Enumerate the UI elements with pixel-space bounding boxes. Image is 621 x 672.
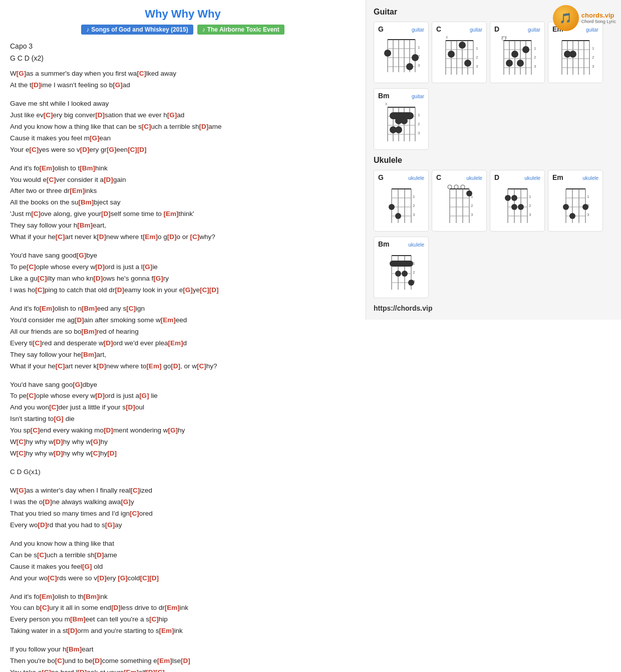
svg-point-83 [401,117,408,124]
music-icon: ♪ [86,26,89,33]
svg-point-110 [448,185,452,189]
intro-chords: G C D (x2) [10,54,356,62]
svg-point-156 [402,271,408,277]
chord-diagram-guitar-G[interactable]: G guitar 1fr 2fr [374,22,429,83]
svg-text:3fr: 3fr [592,64,594,69]
svg-text:1fr: 1fr [413,194,415,199]
svg-text:3fr: 3fr [476,64,478,69]
svg-text:3fr: 3fr [587,212,589,217]
logo-brand: chords.vip [581,12,616,20]
chord-diagram-guitar-D[interactable]: D guitar x x 1fr 2fr [490,22,545,83]
site-url[interactable]: https://chords.vip [374,304,613,312]
svg-text:2fr: 2fr [413,203,415,208]
svg-text:2fr: 2fr [476,55,478,60]
logo: 🎵 chords.vip Chord Song Lyric [553,5,616,31]
svg-text:3fr: 3fr [529,212,531,217]
svg-point-125 [505,195,511,201]
svg-point-113 [466,190,472,196]
album-tag[interactable]: ♪ Songs of God and Whiskey (2015) [81,25,193,35]
bm-ukulele-row: Bm ukulele 1fr 2fr 3fr [374,237,613,298]
svg-text:2fr: 2fr [418,122,420,126]
svg-point-140 [563,204,569,210]
svg-point-98 [395,213,401,219]
svg-point-49 [511,51,518,58]
chord-diagram-ukulele-G[interactable]: G ukulele 1fr 2fr 3fr [374,170,429,232]
tag-row: ♪ Songs of God and Whiskey (2015) ♪ The … [10,25,356,35]
svg-point-126 [511,195,517,201]
svg-point-128 [518,204,524,210]
chord-diagram-ukulele-C[interactable]: C ukulele 1fr 2fr 3fr [432,170,487,232]
verse-9: And it's fo[Em]olish to th[Bm]ink You ca… [10,591,356,637]
svg-point-51 [506,60,513,67]
svg-text:2fr: 2fr [534,55,536,60]
svg-point-31 [448,51,455,58]
svg-point-111 [454,185,458,189]
svg-point-50 [517,60,524,67]
svg-text:2fr: 2fr [471,203,473,208]
verse-10: If you follow your h[Bm]eart Then you're… [10,644,356,672]
song-title: Why Why Why [10,8,356,21]
svg-text:3fr: 3fr [534,64,536,69]
svg-point-157 [408,280,414,286]
svg-point-30 [459,42,466,49]
svg-point-32 [464,60,471,67]
svg-point-85 [395,126,402,133]
artist-tag[interactable]: ♪ The Airborne Toxic Event [197,25,284,35]
logo-sub: Chord Song Lyric [581,19,616,25]
chord-diagram-guitar-Bm[interactable]: Bm guitar x 1fr 2fr 3f [374,88,429,150]
ukulele-chord-grid-row1: G ukulele 1fr 2fr 3fr [374,170,613,232]
chord-diagram-ukulele-Bm[interactable]: Bm ukulele 1fr 2fr 3fr [374,237,429,298]
svg-point-13 [384,50,391,57]
verse-8: And you know how a thing like that Can b… [10,538,356,584]
verse-3: And it's fo[Em]olish to t[Bm]hink You wo… [10,163,356,244]
svg-text:1fr: 1fr [534,46,536,51]
ukulele-section-title: Ukulele [374,156,613,165]
svg-rect-154 [390,261,413,267]
svg-text:1fr: 1fr [418,45,420,50]
svg-text:2fr: 2fr [529,203,531,208]
svg-point-142 [582,204,588,210]
svg-text:2fr: 2fr [592,55,594,60]
chord-diagram-guitar-C[interactable]: C guitar x 1fr 2fr 3fr [432,22,487,83]
svg-rect-81 [390,112,414,119]
svg-text:2fr: 2fr [413,270,415,275]
verse-4: You'd have sang good[G]bye To pe[C]ople … [10,250,356,296]
logo-icon: 🎵 [553,5,579,31]
svg-text:1fr: 1fr [587,194,589,199]
svg-point-15 [406,63,413,70]
verse-2: Gave me sht while I looked away Just lik… [10,98,356,156]
svg-text:x: x [446,35,448,40]
svg-point-141 [569,213,575,219]
chord-sidebar: 🎵 chords.vip Chord Song Lyric Guitar G g… [366,0,621,320]
capo-line: Capo 3 [10,42,356,50]
verse-6: You'd have sang goo[G]dbye To pe[C]ople … [10,379,356,460]
svg-point-66 [569,51,576,58]
chord-diagram-ukulele-Em[interactable]: Em ukulele 1fr 2fr 3fr [548,170,603,232]
chord-diagram-ukulele-D[interactable]: D ukulele 1fr 2fr 3fr [490,170,545,232]
svg-text:1fr: 1fr [418,113,420,117]
svg-point-112 [461,185,465,189]
svg-text:3fr: 3fr [418,63,420,68]
person-icon: ♪ [202,26,205,33]
verse-7: W[G]as a winter's day when I finally rea… [10,485,356,531]
svg-text:x: x [385,101,388,106]
verse-1: W[G]as a summer's day when you first wa[… [10,68,356,91]
verse-5: And it's fo[Em]olish to n[Bm]eed any s[C… [10,303,356,372]
bm-guitar-row: Bm guitar x 1fr 2fr 3f [374,88,613,150]
svg-text:3fr: 3fr [413,212,415,217]
svg-point-14 [412,54,419,61]
svg-text:3fr: 3fr [471,212,473,217]
svg-text:1fr: 1fr [529,194,531,199]
svg-text:1fr: 1fr [476,46,478,51]
svg-point-155 [395,271,401,277]
svg-point-48 [522,46,529,53]
svg-text:1fr: 1fr [592,46,594,51]
svg-text:3fr: 3fr [418,131,420,135]
interlude: C D G(x1) [10,467,356,478]
svg-point-97 [389,204,395,210]
svg-point-127 [511,204,517,210]
